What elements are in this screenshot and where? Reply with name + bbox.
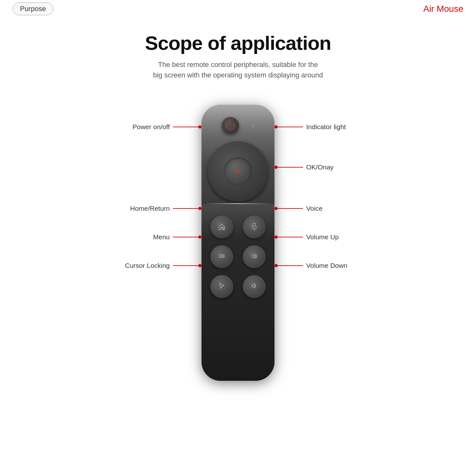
annotation-menu: Menu [153, 233, 238, 241]
svg-rect-0 [253, 223, 255, 227]
cursor-icon [218, 282, 226, 291]
ok-dot-ann [274, 166, 278, 169]
volume-up-dot [274, 235, 278, 239]
annotation-indicator: Indicator light [238, 123, 346, 131]
ok-line [278, 167, 303, 168]
annotation-cursor: Cursor Locking [125, 262, 238, 269]
volume-down-label: Volume Down [306, 262, 347, 269]
power-line [173, 127, 198, 127]
volume-down-icon [250, 282, 258, 291]
cursor-label: Cursor Locking [125, 262, 170, 269]
subtitle: The best remote control peripherals, sui… [0, 59, 476, 80]
annotation-power: Power on/off [132, 123, 238, 131]
voice-label: Voice [306, 205, 322, 212]
volume-up-label: Volume Up [306, 233, 339, 241]
title-section: Scope of application The best remote con… [0, 22, 476, 80]
volume-down-dot [274, 264, 278, 267]
purpose-button[interactable]: Purpose [13, 3, 53, 15]
button-grid [202, 204, 274, 305]
remote-control [202, 105, 274, 381]
cursor-locking-button[interactable] [210, 275, 233, 298]
voice-dot [274, 207, 278, 210]
air-mouse-label: Air Mouse [423, 4, 463, 14]
annotation-home: Home/Return [130, 205, 238, 212]
main-title: Scope of application [0, 32, 476, 54]
purpose-label: Purpose [20, 5, 46, 13]
indicator-dot [274, 125, 278, 129]
home-dot [198, 207, 202, 210]
home-line [173, 208, 198, 209]
cursor-dot [198, 264, 202, 267]
home-label: Home/Return [130, 205, 170, 212]
microphone-icon [250, 222, 258, 232]
nav-ring-container [208, 141, 268, 202]
volume-down-line [278, 265, 303, 266]
remote-top-section [202, 105, 274, 203]
diagram-area: Power on/off Indicator light OK/Onay Hom… [0, 98, 476, 476]
home-icon [217, 222, 226, 231]
annotation-ok: OK/Onay [238, 163, 334, 171]
power-dot [198, 125, 202, 129]
annotation-volume-down: Volume Down [238, 262, 347, 269]
menu-icon [218, 252, 226, 261]
row-cursor-voldown [210, 275, 266, 298]
top-navigation: Purpose Air Mouse [0, 0, 476, 18]
volume-down-button[interactable] [243, 275, 266, 298]
ok-button[interactable] [224, 157, 252, 185]
menu-dot [198, 235, 202, 239]
voice-line [278, 208, 303, 209]
annotation-volume-up: Volume Up [238, 233, 339, 241]
menu-line [173, 237, 198, 237]
volume-up-line [278, 237, 303, 237]
indicator-line [278, 127, 303, 127]
volume-up-icon [250, 252, 258, 261]
indicator-label: Indicator light [306, 123, 346, 131]
annotation-voice: Voice [238, 205, 322, 212]
menu-label: Menu [153, 233, 170, 241]
power-label: Power on/off [132, 123, 170, 131]
nav-ring-outer[interactable] [208, 141, 268, 202]
ok-label: OK/Onay [306, 163, 334, 171]
cursor-line [173, 265, 198, 266]
